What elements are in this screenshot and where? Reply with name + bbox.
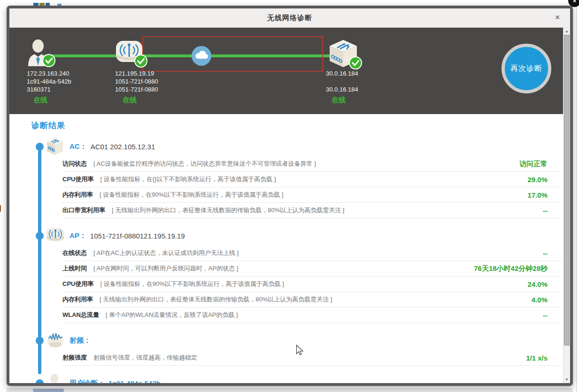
metric-description: [ 无线输出到外网的出口，表征整体无线数据的传输负载，80%以上认为高负载需关注… — [100, 295, 332, 304]
node-status: 在线 — [324, 96, 358, 105]
check-badge-icon — [42, 54, 56, 68]
metric-value: -- — [543, 249, 562, 257]
result-rows: 在线状态[ AP在AC上的认证状态，未认证成功则用户无法上线 ]--上线时间[ … — [62, 246, 562, 323]
node-status: 在线 — [115, 96, 158, 105]
section-device: 1c91-484a-542b — [108, 379, 161, 384]
check-badge-icon — [348, 56, 363, 70]
section-header: 用户诊断：1c91-484a-542b — [69, 373, 563, 383]
section-header: 射频： — [69, 331, 563, 350]
metric-name: 出口带宽利用率 — [62, 206, 105, 215]
node-line: 1c91-484a-542b — [27, 77, 71, 85]
timeline-dot — [36, 232, 44, 240]
diagnosis-section-ac: AC：AC01 202.105.12.31访问状态[ AC设备能被监控程序的访问… — [19, 137, 563, 218]
metric-description: [ 无线输出到外网的出口，表征整体无线数据的传输负载，80%以上认为高负载需关注… — [112, 206, 344, 215]
section-label: AP： — [69, 231, 86, 240]
ap-icon — [46, 226, 65, 245]
ap-icon — [115, 39, 158, 69]
metric-description: [ 设备性能指标，在{}以下不影响系统运行，高于该值属于高负载 ] — [100, 175, 276, 184]
metric-value: 29.0% — [527, 176, 562, 184]
result-row: 内存利用率[ 无线输出到外网的出口，表征整体无线数据的传输负载，80%以上认为高… — [62, 292, 562, 307]
diagnose-again-button[interactable]: 再次诊断 — [502, 44, 551, 93]
result-rows: 访问状态[ AC设备能被监控程序的访问状态，访问状态异常意味这个不可管理或者设备… — [62, 156, 562, 218]
metric-name: WLAN总流量 — [62, 311, 99, 319]
scrollbar-thumb[interactable] — [564, 35, 570, 346]
dialog-title: 无线网络诊断 — [9, 14, 570, 23]
node-line: 3160371 — [27, 85, 71, 93]
diagnosis-results-panel: 诊断结果 AC：AC01 202.105.12.31访问状态[ AC设备能被监控… — [9, 114, 563, 383]
metric-name: 上线时间 — [62, 264, 87, 273]
scrollbar-up-icon[interactable]: ▲ — [564, 28, 570, 35]
metric-value: -- — [543, 311, 562, 319]
diagnosis-section-person: 用户诊断：1c91-484a-542b — [19, 373, 563, 383]
result-rows: 射频强度射频信号强度，强度越高，传输越稳定1/1 x/s — [62, 350, 562, 366]
background-fragment — [0, 205, 1, 212]
node-line: 30.0.16.184 — [326, 85, 358, 93]
metric-description: [ AP在AC上的认证状态，未认证成功则用户无法上线 ] — [93, 249, 239, 257]
timeline-dot — [36, 379, 44, 383]
result-row: CPU使用率[ 设备性能指标，在{}以下不影响系统运行，高于该值属于高负载 ]2… — [62, 172, 562, 187]
metric-value: 17.0% — [527, 191, 562, 199]
result-row: 射频强度射频信号强度，强度越高，传输越稳定1/1 x/s — [62, 350, 562, 366]
close-button[interactable]: × — [552, 12, 563, 23]
section-device: 1051-721f-0880121.195.19.19 — [90, 232, 185, 240]
user-icon — [26, 39, 71, 69]
node-line — [326, 77, 358, 85]
screen: × 无线网络诊断 × — [0, 0, 579, 392]
result-row: 在线状态[ AP在AC上的认证状态，未认证成功则用户无法上线 ]-- — [62, 246, 562, 261]
scrollbar-down-icon[interactable]: ▼ — [564, 376, 570, 383]
node-line: 1051-721f-0880 — [115, 85, 158, 93]
metric-name: 内存利用率 — [62, 295, 93, 304]
ac-icon — [46, 137, 64, 158]
metric-value: 4.0% — [532, 296, 562, 304]
diagnosis-timeline: AC：AC01 202.105.12.31访问状态[ AC设备能被监控程序的访问… — [19, 137, 563, 383]
metric-name: 内存利用率 — [62, 191, 93, 199]
annotation-rect — [142, 36, 323, 72]
node-line: 1051-721f-0880 — [115, 77, 158, 85]
page-edge-line — [576, 0, 577, 392]
metric-name: 访问状态 — [62, 160, 87, 168]
result-row: 上线时间[ AP在网时间，可以判断用户反映问题时，AP的状态 ]76天18小时4… — [62, 261, 562, 277]
metric-name: 在线状态 — [62, 249, 87, 257]
cloud-icon — [192, 46, 211, 68]
node-line: 30.0.16.184 — [326, 69, 358, 77]
node-line: 121.195.19.19 — [115, 69, 158, 77]
metric-value: -- — [543, 207, 562, 215]
results-title: 诊断结果 — [31, 120, 563, 131]
background-strip — [7, 388, 573, 392]
metric-name: CPU使用率 — [62, 280, 93, 288]
diagnosis-section-rf: 射频：射频强度射频信号强度，强度越高，传输越稳定1/1 x/s — [19, 331, 563, 366]
section-label: 用户诊断： — [69, 379, 105, 384]
result-row: 内存利用率[ 设备性能指标，在90%以下不影响系统运行，高于该值属于高负载 ]1… — [62, 187, 562, 203]
topology-panel: 172.23.163.240 1c91-484a-542b 3160371 在线 — [9, 28, 563, 114]
node-line: 172.23.163.240 — [27, 69, 71, 77]
wireless-diagnosis-dialog: 无线网络诊断 × — [7, 6, 573, 386]
node-status: 在线 — [26, 96, 71, 105]
metric-value: 1/1 x/s — [526, 354, 562, 362]
topology-node-ap: 121.195.19.19 1051-721f-0880 1051-721f-0… — [115, 39, 158, 105]
metric-description: [ 单个AP的WLAN流量情况，反映了该AP的负载 ] — [106, 311, 238, 319]
section-header: AP：1051-721f-0880121.195.19.19 — [69, 226, 563, 246]
person-icon — [46, 374, 63, 383]
section-header: AC：AC01 202.105.12.31 — [69, 137, 563, 156]
metric-value: 24.0% — [527, 280, 562, 288]
background-text-fragment — [33, 389, 64, 392]
metric-value: 访问正常 — [519, 160, 562, 169]
result-row: WLAN总流量[ 单个AP的WLAN流量情况，反映了该AP的负载 ]-- — [62, 307, 562, 323]
metric-description: 射频信号强度，强度越高，传输越稳定 — [93, 354, 197, 362]
metric-description: [ 设备性能指标，在90%以下不影响系统运行，高于该值属于高负载 ] — [100, 280, 284, 288]
section-device: AC01 202.105.12.31 — [91, 143, 155, 151]
router-icon — [324, 39, 358, 69]
metric-description: [ AC设备能被监控程序的访问状态，访问状态异常意味这个不可管理或者设备异常 ] — [93, 160, 316, 168]
result-row: CPU使用率[ 设备性能指标，在90%以下不影响系统运行，高于该值属于高负载 ]… — [62, 277, 562, 292]
dialog-scrollbar[interactable]: ▲ ▼ — [563, 28, 570, 383]
timeline-dot — [36, 143, 44, 151]
metric-description: [ 设备性能指标，在90%以下不影响系统运行，高于该值属于高负载 ] — [100, 191, 283, 199]
result-row: 出口带宽利用率[ 无线输出到外网的出口，表征整体无线数据的传输负载，80%以上认… — [62, 203, 562, 218]
result-row: 访问状态[ AC设备能被监控程序的访问状态，访问状态异常意味这个不可管理或者设备… — [62, 156, 562, 172]
diagnosis-section-ap: AP：1051-721f-0880121.195.19.19在线状态[ AP在A… — [19, 226, 563, 323]
topology-node-user: 172.23.163.240 1c91-484a-542b 3160371 在线 — [26, 39, 71, 105]
rf-icon — [46, 331, 65, 351]
scrollbar-track[interactable] — [564, 346, 570, 376]
check-badge-icon — [134, 54, 148, 68]
metric-name: 射频强度 — [62, 354, 87, 362]
